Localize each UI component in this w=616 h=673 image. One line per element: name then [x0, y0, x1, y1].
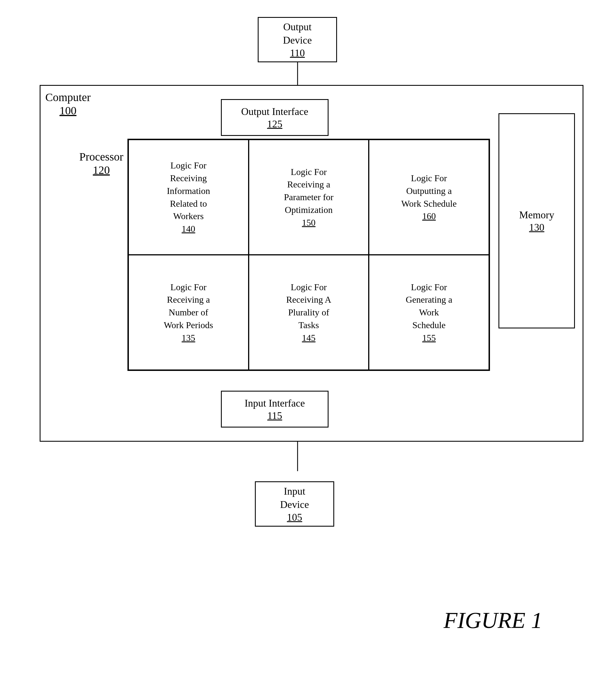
- logic-155-text: Logic ForGenerating aWorkSchedule: [406, 281, 452, 331]
- output-device-number: 110: [290, 47, 305, 59]
- logic-150-number: 150: [302, 216, 316, 229]
- output-interface-number: 125: [267, 118, 282, 130]
- logic-160-cell: Logic ForOutputting aWork Schedule 160: [369, 140, 489, 255]
- logic-160-text: Logic ForOutputting aWork Schedule: [401, 172, 457, 210]
- logic-150-cell: Logic ForReceiving aParameter forOptimiz…: [249, 140, 369, 255]
- logic-135-cell: Logic ForReceiving aNumber ofWork Period…: [128, 255, 249, 370]
- input-interface-label: Input Interface: [245, 397, 305, 410]
- logic-145-text: Logic ForReceiving APlurality ofTasks: [286, 281, 331, 331]
- logic-140-text: Logic ForReceivingInformationRelated toW…: [167, 159, 210, 223]
- logic-145-number: 145: [302, 331, 316, 344]
- logic-155-number: 155: [422, 331, 436, 344]
- logic-135-text: Logic ForReceiving aNumber ofWork Period…: [164, 281, 213, 331]
- logic-140-number: 140: [182, 223, 195, 235]
- input-interface-box: Input Interface 115: [221, 391, 329, 428]
- figure-label: FIGURE 1: [443, 608, 542, 633]
- output-device-box: Output Device 110: [258, 17, 337, 62]
- logic-outer-box: Logic ForReceivingInformationRelated toW…: [128, 139, 490, 371]
- logic-150-text: Logic ForReceiving aParameter forOptimiz…: [284, 166, 333, 216]
- input-device-number: 105: [287, 511, 302, 523]
- memory-number: 130: [529, 221, 544, 233]
- input-device-label2: Device: [280, 498, 309, 511]
- logic-155-cell: Logic ForGenerating aWorkSchedule 155: [369, 255, 489, 370]
- computer-label: Computer 100: [45, 90, 90, 117]
- input-device-box: Input Device 105: [255, 481, 334, 527]
- logic-145-cell: Logic ForReceiving APlurality ofTasks 14…: [249, 255, 369, 370]
- processor-label: Processor 120: [79, 150, 124, 177]
- logic-160-number: 160: [422, 210, 436, 223]
- memory-label: Memory: [519, 208, 554, 222]
- input-interface-number: 115: [267, 410, 282, 422]
- output-device-label: Output: [283, 20, 312, 34]
- logic-135-number: 135: [182, 331, 195, 344]
- output-device-label2: Device: [283, 34, 312, 47]
- memory-box: Memory 130: [498, 113, 575, 328]
- output-interface-label: Output Interface: [241, 105, 309, 119]
- logic-140-cell: Logic ForReceivingInformationRelated toW…: [128, 140, 249, 255]
- input-device-label: Input: [284, 485, 305, 498]
- logic-grid: Logic ForReceivingInformationRelated toW…: [128, 140, 489, 370]
- output-interface-box: Output Interface 125: [221, 99, 329, 136]
